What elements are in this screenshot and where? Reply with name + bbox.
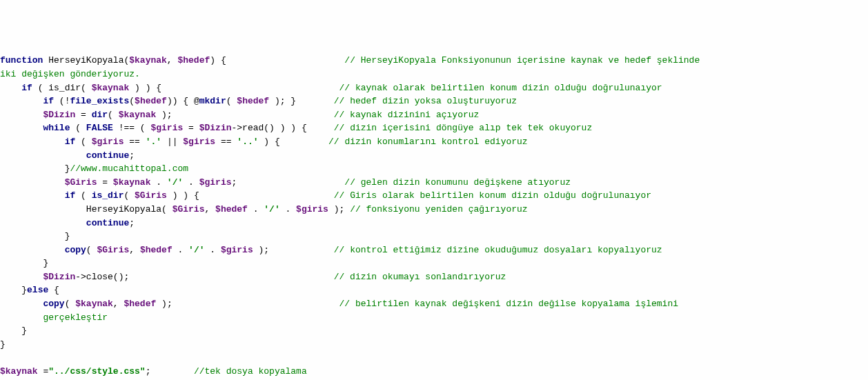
line: $kaynak ="../css/style.css"; //tek dosya… bbox=[0, 366, 307, 377]
variable: $kaynak bbox=[119, 110, 157, 120]
builtin: dir bbox=[92, 110, 108, 120]
variable: $hedef bbox=[237, 96, 269, 106]
text: . bbox=[205, 245, 221, 255]
pad bbox=[296, 96, 334, 106]
keyword: else bbox=[27, 285, 48, 295]
pad bbox=[0, 326, 21, 336]
pad bbox=[161, 83, 339, 93]
text: , bbox=[167, 55, 178, 66]
text: { bbox=[48, 285, 59, 295]
variable: $giris bbox=[221, 245, 253, 255]
text: ) { bbox=[210, 55, 226, 66]
comment: // kaynak dizinini açıyoruz bbox=[334, 110, 480, 120]
string: '/' bbox=[167, 177, 183, 188]
text: . bbox=[150, 177, 166, 188]
variable: $hedef bbox=[124, 299, 156, 309]
variable: $Giris bbox=[65, 177, 97, 188]
constant: FALSE bbox=[86, 123, 113, 133]
text: , bbox=[113, 299, 124, 309]
text: ) ) { bbox=[167, 190, 199, 201]
keyword: if bbox=[65, 137, 76, 147]
line: if (!file_exists($hedef)) { @mkdir( $hed… bbox=[0, 96, 517, 106]
text: ; bbox=[129, 150, 135, 161]
pad bbox=[0, 123, 43, 133]
variable: $kaynak bbox=[92, 83, 130, 93]
keyword: function bbox=[0, 55, 43, 66]
variable: $Giris bbox=[172, 204, 205, 214]
text: ( is_dir( bbox=[32, 83, 92, 93]
text: ( bbox=[65, 299, 76, 309]
comment: iki değişken gönderiyoruz. bbox=[0, 69, 140, 79]
text: ); bbox=[156, 110, 172, 120]
text: ); bbox=[328, 204, 350, 214]
comment: // dizin konumlarını kontrol ediyoruz bbox=[328, 137, 528, 147]
variable: $Dizin bbox=[43, 110, 75, 120]
pad bbox=[0, 285, 21, 295]
variable: $Dizin bbox=[199, 123, 232, 133]
comment: // fonksiyonu yeniden çağırıyoruz bbox=[350, 204, 527, 214]
text: ) { bbox=[259, 137, 280, 147]
string: '/' bbox=[264, 204, 279, 214]
variable: $giris bbox=[150, 123, 183, 133]
text: ); } bbox=[269, 96, 296, 106]
text: . bbox=[172, 245, 188, 255]
text: = bbox=[97, 177, 112, 188]
text: } bbox=[21, 326, 27, 336]
line: if ( is_dir( $Giris ) ) { // Giris olara… bbox=[0, 190, 651, 201]
text: ( bbox=[70, 123, 86, 133]
text: ( bbox=[75, 190, 91, 201]
line: $Dizin->close(); // dizin okumayı sonlan… bbox=[0, 272, 506, 282]
text: . bbox=[248, 204, 264, 214]
comment: // HerseyiKopyala Fonksiyonunun içerisin… bbox=[344, 55, 700, 66]
text: = bbox=[38, 366, 49, 377]
line: } bbox=[0, 258, 48, 268]
string: '.' bbox=[146, 137, 161, 147]
text: . bbox=[183, 177, 199, 188]
pad bbox=[129, 272, 333, 282]
pad bbox=[226, 55, 345, 66]
pad bbox=[0, 177, 65, 188]
line: $Dizin = dir( $kaynak ); // kaynak dizin… bbox=[0, 110, 479, 120]
text: = bbox=[75, 110, 91, 120]
line: if ( $giris == '.' || $giris == '..' ) {… bbox=[0, 137, 528, 147]
comment: // belirtilen kaynak değişkeni dizin değ… bbox=[339, 299, 678, 309]
text: . bbox=[280, 204, 296, 214]
variable: $giris bbox=[199, 177, 232, 188]
variable: $giris bbox=[92, 137, 124, 147]
pad bbox=[0, 83, 21, 93]
line: gerçekleştir bbox=[0, 312, 108, 323]
variable: $hedef bbox=[215, 204, 248, 214]
text: } bbox=[65, 231, 70, 241]
variable: $Dizin bbox=[43, 272, 75, 282]
line: if ( is_dir( $kaynak ) ) { // kaynak ola… bbox=[0, 83, 662, 93]
pad bbox=[0, 110, 43, 120]
line: continue; bbox=[0, 150, 135, 161]
text: ( bbox=[75, 137, 91, 147]
text: (! bbox=[54, 96, 70, 106]
pad bbox=[269, 245, 334, 255]
variable: $hedef bbox=[177, 55, 210, 66]
variable: $Giris bbox=[97, 245, 129, 255]
comment: // Giris olarak belirtilen konum dizin o… bbox=[334, 190, 651, 201]
builtin: mkdir bbox=[199, 96, 226, 106]
text: } bbox=[43, 258, 48, 268]
pad bbox=[0, 231, 65, 241]
variable: $Giris bbox=[135, 190, 167, 201]
pad bbox=[0, 150, 86, 161]
variable: $kaynak bbox=[75, 299, 113, 309]
text: , bbox=[129, 245, 140, 255]
text: ( bbox=[129, 96, 135, 106]
pad bbox=[0, 163, 65, 174]
keyword: while bbox=[43, 123, 70, 133]
comment: // kontrol ettiğimiz dizine okuduğumuz d… bbox=[334, 245, 662, 255]
builtin: copy bbox=[43, 299, 64, 309]
text: HerseyiKopyala( bbox=[43, 55, 129, 66]
comment: gerçekleştir bbox=[43, 312, 108, 323]
line: } bbox=[0, 231, 70, 241]
text: , bbox=[204, 204, 215, 214]
variable: $hedef bbox=[135, 96, 167, 106]
line: copy( $kaynak, $hedef ); // belirtilen k… bbox=[0, 299, 678, 309]
text: == bbox=[124, 137, 145, 147]
keyword: continue bbox=[86, 150, 129, 161]
comment: // dizin içerisini döngüye alıp tek tek … bbox=[334, 123, 592, 133]
